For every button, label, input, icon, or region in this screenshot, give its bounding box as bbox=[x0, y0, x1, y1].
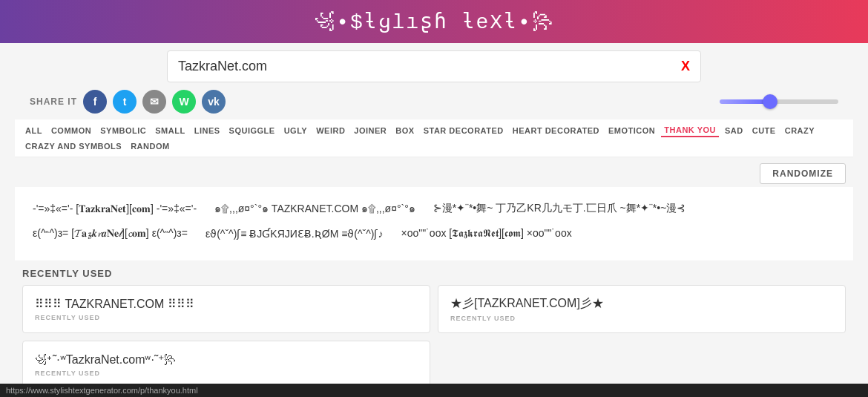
search-input[interactable] bbox=[178, 59, 639, 74]
clear-button[interactable]: X bbox=[681, 59, 690, 74]
text-item-row1-0[interactable]: -'=»‡«='- [𝐓𝐚𝐳𝐤𝐫𝐚𝐍𝐞𝐭][𝐜𝐨𝐦] -'=»‡«='- bbox=[30, 201, 200, 217]
text-item-row1-2[interactable]: ⊱漫*✦¨*•舞~ 丁乃乙KR几九モ丁.匸日爪 ~舞*✦¨*•~漫⊰ bbox=[430, 200, 689, 217]
randomize-button[interactable]: RANDOMIZE bbox=[760, 163, 846, 184]
slider-thumb[interactable] bbox=[763, 94, 777, 109]
text-item-row2-1[interactable]: εϑ(^ˇ^)ʃ≡ ɃJƓKЯJИƐɃ.ƦØΜ ≡ϑ(^ˇ^)ʃ♪ bbox=[203, 226, 387, 241]
recently-used-title: RECENTLY USED bbox=[22, 268, 846, 279]
recently-used-card-1[interactable]: ★彡[TAZKRANET.COM]彡★ RECENTLY USED bbox=[438, 285, 846, 333]
text-item-row2-2[interactable]: ×oo""˙oox [𝕿𝖆𝖟𝖐𝖗𝖆𝕹𝖊𝖙][𝖈𝖔𝖒] ×oo""˙oox bbox=[398, 226, 575, 241]
share-section: SHARE IT f t ✉ W vk bbox=[30, 90, 226, 114]
share-email-button[interactable]: ✉ bbox=[142, 90, 166, 114]
share-row: SHARE IT f t ✉ W vk bbox=[30, 90, 838, 114]
nav-tab-joiner[interactable]: JOINER bbox=[351, 125, 389, 137]
nav-tab-crazy[interactable]: CRAZY bbox=[782, 125, 818, 137]
nav-tab-emoticon[interactable]: EMOTICON bbox=[605, 125, 658, 137]
share-vk-button[interactable]: vk bbox=[202, 90, 226, 114]
recently-used-card-label-1: RECENTLY USED bbox=[450, 315, 833, 322]
text-row-2: ε(^˵^)з= [𝓣𝐚𝔃𝒌𝓻𝒂𝐍𝐞𝓉][𝓬𝐨𝐦] ε(^˵^)з=εϑ(^ˇ^… bbox=[30, 226, 838, 241]
recently-used-grid: ⠿⠿⠿ TAZKRANET.COM ⠿⠿⠿ RECENTLY USED★彡[TA… bbox=[22, 285, 846, 389]
nav-tab-heart-decorated[interactable]: HEART DECORATED bbox=[510, 125, 602, 137]
recently-used-card-2[interactable]: ꧁⁺˜·ʷTazkraNet.comʷ·˜⁺꧂ RECENTLY USED bbox=[22, 341, 430, 389]
recently-used-card-0[interactable]: ⠿⠿⠿ TAZKRANET.COM ⠿⠿⠿ RECENTLY USED bbox=[22, 285, 430, 333]
text-row-1: -'=»‡«='- [𝐓𝐚𝐳𝐤𝐫𝐚𝐍𝐞𝐭][𝐜𝐨𝐦] -'=»‡«='- ๑۩,… bbox=[30, 199, 838, 218]
nav-tab-weird[interactable]: WEIRD bbox=[313, 125, 348, 137]
randomize-row: RANDOMIZE bbox=[15, 157, 853, 187]
status-url: https://www.stylishtextgenerator.com/p/t… bbox=[6, 386, 198, 395]
app-title: ꧁•$ƚყlıʂɦ ƚeXƚ•꧂ bbox=[0, 9, 868, 34]
content-area: RECENTLY USED ⠿⠿⠿ TAZKRANET.COM ⠿⠿⠿ RECE… bbox=[15, 268, 853, 397]
nav-tab-ugly[interactable]: UGLY bbox=[281, 125, 311, 137]
nav-tab-thank-you[interactable]: THANK YOU bbox=[661, 124, 719, 137]
text-display-area: -'=»‡«='- [𝐓𝐚𝐳𝐤𝐫𝐚𝐍𝐞𝐭][𝐜𝐨𝐦] -'=»‡«='- ๑۩,… bbox=[15, 187, 853, 260]
search-container: X bbox=[167, 50, 701, 82]
nav-tab-crazy-and-symbols[interactable]: CRAZY AND SYMBOLS bbox=[22, 140, 125, 152]
share-label: SHARE IT bbox=[30, 96, 77, 107]
text-item-row1-1[interactable]: ๑۩,,,ø¤°`°๑ TAZKRANET.COM ๑۩,,,ø¤°`°๑ bbox=[211, 199, 418, 218]
nav-tab-star-decorated[interactable]: STAR DECORATED bbox=[421, 125, 507, 137]
nav-tab-common[interactable]: COMMON bbox=[48, 125, 94, 137]
nav-tabs: ALLCOMMONSYMBOLICSMALLLINESSQUIGGLEUGLYW… bbox=[15, 119, 853, 157]
nav-tab-random[interactable]: RANDOM bbox=[128, 140, 173, 152]
nav-tab-sad[interactable]: SAD bbox=[722, 125, 746, 137]
recently-used-card-text-0: ⠿⠿⠿ TAZKRANET.COM ⠿⠿⠿ bbox=[35, 297, 418, 311]
text-item-row2-0[interactable]: ε(^˵^)з= [𝓣𝐚𝔃𝒌𝓻𝒂𝐍𝐞𝓉][𝓬𝐨𝐦] ε(^˵^)з= bbox=[30, 226, 191, 241]
status-bar: https://www.stylishtextgenerator.com/p/t… bbox=[0, 384, 868, 397]
recently-used-card-text-2: ꧁⁺˜·ʷTazkraNet.comʷ·˜⁺꧂ bbox=[35, 352, 418, 367]
share-facebook-button[interactable]: f bbox=[83, 90, 107, 114]
nav-tab-box[interactable]: BOX bbox=[392, 125, 417, 137]
main-content: X SHARE IT f t ✉ W vk ALLCOMMONSYMBOLICS… bbox=[0, 43, 868, 397]
slider-track[interactable] bbox=[720, 99, 838, 104]
nav-tab-lines[interactable]: LINES bbox=[191, 125, 223, 137]
nav-tab-squiggle[interactable]: SQUIGGLE bbox=[226, 125, 278, 137]
share-whatsapp-button[interactable]: W bbox=[172, 90, 196, 114]
slider-container bbox=[720, 99, 838, 104]
recently-used-card-label-0: RECENTLY USED bbox=[35, 314, 418, 321]
nav-tab-symbolic[interactable]: SYMBOLIC bbox=[97, 125, 149, 137]
app-header: ꧁•$ƚყlıʂɦ ƚeXƚ•꧂ bbox=[0, 0, 868, 43]
nav-tab-all[interactable]: ALL bbox=[22, 125, 45, 137]
nav-tab-cute[interactable]: CUTE bbox=[749, 125, 779, 137]
recently-used-card-text-1: ★彡[TAZKRANET.COM]彡★ bbox=[450, 296, 833, 312]
share-twitter-button[interactable]: t bbox=[113, 90, 137, 114]
nav-tab-small[interactable]: SMALL bbox=[152, 125, 188, 137]
recently-used-card-label-2: RECENTLY USED bbox=[35, 370, 418, 377]
